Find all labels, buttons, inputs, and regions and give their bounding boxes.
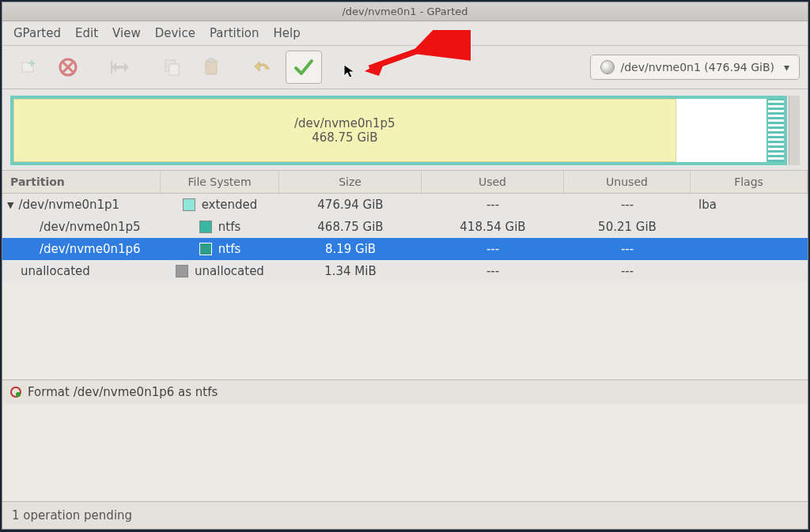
fs-type: ntfs: [218, 220, 240, 234]
operations-list-empty: [2, 404, 808, 501]
cell-used: 418.54 GiB: [422, 217, 564, 236]
resize-move-button[interactable]: [102, 51, 138, 84]
graph-partition-size: 468.75 GiB: [312, 130, 377, 145]
col-size[interactable]: Size: [279, 171, 422, 193]
apply-checkmark-icon: [293, 58, 314, 77]
menu-view[interactable]: View: [112, 26, 141, 40]
col-filesystem[interactable]: File System: [161, 171, 279, 193]
new-partition-button[interactable]: [10, 51, 47, 84]
cell-size: 476.94 GiB: [279, 195, 422, 214]
menu-device[interactable]: Device: [155, 26, 195, 40]
cell-unused: ---: [564, 262, 691, 281]
cell-flags: [691, 247, 808, 251]
toolbar-separator: [142, 51, 151, 84]
partition-name: /dev/nvme0n1p1: [18, 198, 119, 212]
graph-partition-free[interactable]: [676, 99, 766, 162]
table-row[interactable]: ▼/dev/nvme0n1p1extended476.94 GiB------l…: [2, 194, 808, 216]
empty-area: [2, 282, 808, 379]
toolbar: /dev/nvme0n1 (476.94 GiB) ▾: [2, 46, 808, 89]
apply-button[interactable]: [286, 51, 322, 84]
svg-rect-10: [209, 58, 214, 62]
cell-size: 1.34 MiB: [279, 262, 422, 281]
cell-unused: 50.21 GiB: [564, 217, 691, 236]
paste-button[interactable]: [194, 51, 230, 84]
fs-color-swatch: [199, 221, 212, 233]
cell-flags: lba: [691, 195, 808, 214]
window-title: /dev/nvme0n1 - GParted: [342, 6, 467, 17]
col-unused[interactable]: Unused: [564, 171, 691, 193]
partition-name: /dev/nvme0n1p5: [40, 220, 141, 234]
device-selector[interactable]: /dev/nvme0n1 (476.94 GiB) ▾: [590, 55, 801, 80]
cell-unused: ---: [564, 240, 691, 258]
copy-icon: [164, 58, 181, 76]
svg-rect-2: [28, 62, 35, 64]
fs-color-swatch: [176, 265, 188, 277]
menubar: GParted Edit View Device Partition Help: [2, 21, 808, 46]
fs-type: extended: [202, 198, 258, 212]
cell-used: ---: [422, 262, 564, 281]
fs-type: unallocated: [195, 264, 264, 278]
expander-icon[interactable]: ▼: [7, 200, 13, 210]
partition-table-body: ▼/dev/nvme0n1p1extended476.94 GiB------l…: [2, 194, 808, 282]
partition-table-header: Partition File System Size Used Unused F…: [2, 170, 808, 194]
cell-size: 468.75 GiB: [279, 217, 422, 236]
delete-icon: [59, 58, 78, 77]
cell-used: ---: [422, 240, 564, 258]
svg-rect-8: [169, 64, 179, 75]
cell-flags: [691, 269, 808, 274]
menu-edit[interactable]: Edit: [75, 26, 98, 40]
undo-icon: [255, 58, 274, 76]
disk-icon: [600, 60, 615, 74]
partition-graph[interactable]: /dev/nvme0n1p5 468.75 GiB: [2, 89, 808, 170]
delete-partition-button[interactable]: [50, 51, 86, 84]
fs-color-swatch: [199, 243, 212, 255]
col-flags[interactable]: Flags: [691, 171, 808, 193]
table-row[interactable]: /dev/nvme0n1p6ntfs8.19 GiB------: [2, 238, 808, 260]
menu-gparted[interactable]: GParted: [13, 26, 61, 40]
table-row[interactable]: unallocatedunallocated1.34 MiB------: [2, 260, 808, 282]
fs-color-swatch: [183, 198, 195, 211]
resize-icon: [110, 59, 131, 75]
partition-name: /dev/nvme0n1p6: [40, 242, 141, 256]
menu-partition[interactable]: Partition: [210, 26, 259, 40]
chevron-down-icon: ▾: [784, 61, 789, 74]
copy-button[interactable]: [154, 51, 191, 84]
format-operation-icon: [10, 387, 21, 398]
window-titlebar: /dev/nvme0n1 - GParted: [2, 2, 808, 21]
col-partition[interactable]: Partition: [2, 171, 161, 193]
cell-unused: ---: [564, 195, 691, 214]
paste-icon: [203, 58, 221, 77]
pending-operation-row[interactable]: Format /dev/nvme0n1p6 as ntfs: [2, 379, 808, 404]
partition-name: unallocated: [21, 264, 90, 278]
graph-partition-small[interactable]: [766, 99, 784, 162]
cell-flags: [691, 224, 808, 229]
undo-button[interactable]: [246, 51, 282, 84]
toolbar-separator: [233, 51, 243, 84]
col-used[interactable]: Used: [422, 171, 564, 193]
pending-operation-text: Format /dev/nvme0n1p6 as ntfs: [28, 385, 218, 399]
cell-size: 8.19 GiB: [279, 240, 422, 258]
graph-partition-main[interactable]: /dev/nvme0n1p5 468.75 GiB: [13, 99, 676, 162]
table-row[interactable]: /dev/nvme0n1p5ntfs468.75 GiB418.54 GiB50…: [2, 216, 808, 238]
cell-used: ---: [422, 195, 564, 214]
device-selector-label: /dev/nvme0n1 (476.94 GiB): [621, 61, 774, 74]
toolbar-separator: [89, 51, 99, 84]
statusbar: 1 operation pending: [2, 501, 808, 529]
menu-help[interactable]: Help: [274, 26, 301, 40]
new-icon: [20, 58, 37, 76]
graph-partition-name: /dev/nvme0n1p5: [294, 116, 396, 130]
fs-type: ntfs: [218, 242, 240, 256]
vertical-scrollbar[interactable]: [789, 96, 800, 165]
status-text: 1 operation pending: [12, 508, 132, 523]
